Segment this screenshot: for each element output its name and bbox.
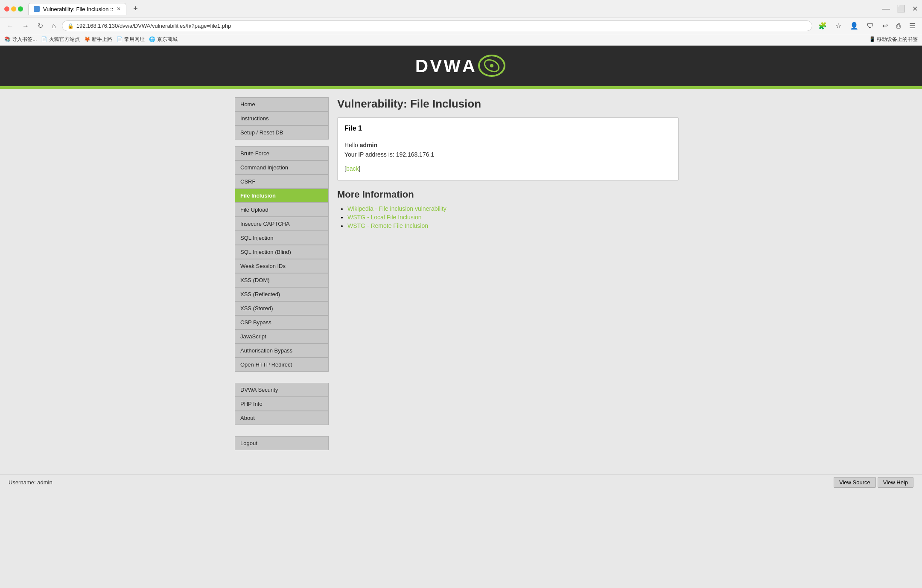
sidebar-item-weak-session-ids[interactable]: Weak Session IDs	[235, 259, 329, 273]
tab-title: Vulnerability: File Inclusion ::	[43, 6, 113, 12]
tab-favicon	[34, 6, 40, 12]
file-box-content: Hello admin Your IP address is: 192.168.…	[344, 140, 671, 173]
minimize-button[interactable]: —	[882, 4, 890, 13]
home-button[interactable]: ⌂	[49, 21, 58, 31]
sidebar-item-sql-injection[interactable]: SQL Injection	[235, 231, 329, 245]
browser-tab[interactable]: Vulnerability: File Inclusion :: ✕	[28, 3, 126, 15]
svg-point-2	[490, 64, 493, 67]
dvwa-header: D V W A	[0, 46, 922, 86]
sidebar-item-dvwa-security[interactable]: DVWA Security	[235, 383, 329, 397]
browser-controls: ← → ↻ ⌂ 🔒 192.168.176.130/dvwa/DVWA/vuln…	[0, 17, 922, 34]
bottom-bar: Username: admin View Source View Help	[0, 474, 922, 490]
sidebar-item-home[interactable]: Home	[235, 97, 329, 111]
sidebar-item-php-info[interactable]: PHP Info	[235, 397, 329, 411]
username-info: Username: admin	[9, 479, 53, 486]
sidebar-item-xss-reflected[interactable]: XSS (Reflected)	[235, 287, 329, 301]
sidebar-item-file-upload[interactable]: File Upload	[235, 203, 329, 217]
sidebar-item-setup[interactable]: Setup / Reset DB	[235, 125, 329, 140]
sidebar-nav-group4: Logout	[235, 436, 329, 450]
extensions-button[interactable]: 🧩	[816, 21, 829, 31]
share-button[interactable]: ⎙	[894, 21, 903, 31]
sidebar-item-instructions[interactable]: Instructions	[235, 111, 329, 125]
bookmark-firefox[interactable]: 📄 火狐官方站点	[41, 36, 79, 43]
sidebar-nav-group3: DVWA Security PHP Info About	[235, 383, 329, 425]
tab-close-icon[interactable]: ✕	[117, 6, 121, 12]
lock-icon: 🔒	[67, 23, 74, 29]
dvwa-logo-swirl	[477, 54, 507, 78]
new-tab-button[interactable]: +	[130, 3, 141, 15]
sidebar-nav-group1: Home Instructions Setup / Reset DB	[235, 97, 329, 140]
browser-chrome: Vulnerability: File Inclusion :: ✕ + — ⬜…	[0, 0, 922, 46]
forward-button[interactable]: →	[20, 21, 32, 31]
file-box: File 1 Hello admin Your IP address is: 1…	[337, 117, 679, 180]
more-info-item-2: WSTG - Local File Inclusion	[347, 214, 679, 221]
logo-vwa2: W	[443, 56, 461, 76]
sidebar-nav-group2: Brute Force Command Injection CSRF File …	[235, 146, 329, 372]
sidebar: Home Instructions Setup / Reset DB Brute…	[235, 97, 329, 457]
sidebar-item-brute-force[interactable]: Brute Force	[235, 146, 329, 160]
browser-titlebar: Vulnerability: File Inclusion :: ✕ + — ⬜…	[0, 0, 922, 17]
sidebar-divider1	[235, 378, 329, 383]
maximize-button[interactable]: ⬜	[897, 5, 905, 13]
bookmark-newuser[interactable]: 🦊 新手上路	[84, 36, 112, 43]
account-button[interactable]: 👤	[847, 21, 861, 31]
bookmark-import[interactable]: 📚 导入书签...	[4, 36, 37, 43]
bookmark-mobile[interactable]: 📱 移动设备上的书签	[869, 36, 918, 43]
sidebar-divider2	[235, 432, 329, 436]
logo-vwa3: A	[462, 56, 475, 76]
username-value: admin	[37, 479, 52, 486]
back-link[interactable]: back	[346, 165, 359, 172]
sidebar-item-csrf[interactable]: CSRF	[235, 175, 329, 189]
view-buttons: View Source View Help	[834, 477, 913, 488]
logo-d: D	[415, 56, 428, 76]
sidebar-item-javascript[interactable]: JavaScript	[235, 329, 329, 343]
sidebar-item-open-http-redirect[interactable]: Open HTTP Redirect	[235, 358, 329, 372]
ip-line: Your IP address is: 192.168.176.1	[344, 150, 671, 159]
sidebar-item-command-injection[interactable]: Command Injection	[235, 160, 329, 175]
view-source-button[interactable]: View Source	[834, 477, 876, 488]
more-info-link-1[interactable]: Wikipedia - File inclusion vulnerability	[347, 205, 446, 212]
menu-button[interactable]: ☰	[907, 21, 918, 31]
username-label: Username:	[9, 479, 36, 486]
page-title: Vulnerability: File Inclusion	[337, 97, 679, 111]
url-text: 192.168.176.130/dvwa/DVWA/vulnerabilitie…	[76, 23, 807, 29]
more-info-list: Wikipedia - File inclusion vulnerability…	[337, 205, 679, 229]
logo-vwa: V	[430, 56, 442, 76]
content-area: Home Instructions Setup / Reset DB Brute…	[226, 89, 696, 466]
view-help-button[interactable]: View Help	[878, 477, 913, 488]
shield-button[interactable]: 🛡	[864, 21, 876, 31]
back-button[interactable]: ←	[4, 21, 16, 31]
sidebar-item-xss-dom[interactable]: XSS (DOM)	[235, 273, 329, 287]
bookmark-common[interactable]: 📄 常用网址	[117, 36, 145, 43]
sidebar-item-logout[interactable]: Logout	[235, 436, 329, 450]
hello-line: Hello admin	[344, 140, 671, 150]
address-bar[interactable]: 🔒 192.168.176.130/dvwa/DVWA/vulnerabilit…	[62, 20, 812, 31]
username-bold: admin	[360, 142, 377, 148]
reload-button[interactable]: ↻	[35, 21, 46, 31]
hello-text: Hello	[344, 142, 360, 148]
sidebar-item-insecure-captcha[interactable]: Insecure CAPTCHA	[235, 217, 329, 231]
dvwa-logo: D V W A	[415, 54, 507, 78]
sidebar-item-about[interactable]: About	[235, 411, 329, 425]
sidebar-item-sql-injection-blind[interactable]: SQL Injection (Blind)	[235, 245, 329, 259]
sidebar-item-file-inclusion[interactable]: File Inclusion	[235, 189, 329, 203]
page-wrapper: D V W A Home Instructions Setup / Reset …	[0, 46, 922, 582]
more-info-title: More Information	[337, 189, 679, 200]
sidebar-item-csp-bypass[interactable]: CSP Bypass	[235, 315, 329, 329]
main-content: Vulnerability: File Inclusion File 1 Hel…	[329, 97, 687, 457]
more-info-item-1: Wikipedia - File inclusion vulnerability	[347, 205, 679, 212]
file-box-title: File 1	[344, 125, 671, 136]
back-line: [back]	[344, 164, 671, 173]
sidebar-item-xss-stored[interactable]: XSS (Stored)	[235, 301, 329, 315]
sidebar-item-authorisation-bypass[interactable]: Authorisation Bypass	[235, 343, 329, 358]
star-button[interactable]: ☆	[833, 21, 844, 31]
browser-bookmarks: 📚 导入书签... 📄 火狐官方站点 🦊 新手上路 📄 常用网址 🌐 京东商城 …	[0, 34, 922, 45]
more-info-link-3[interactable]: WSTG - Remote File Inclusion	[347, 222, 428, 229]
bookmark-jd[interactable]: 🌐 京东商城	[149, 36, 177, 43]
more-info-link-2[interactable]: WSTG - Local File Inclusion	[347, 214, 422, 221]
undo-button[interactable]: ↩	[880, 21, 890, 31]
more-info-item-3: WSTG - Remote File Inclusion	[347, 222, 679, 229]
close-button[interactable]: ✕	[912, 5, 918, 13]
